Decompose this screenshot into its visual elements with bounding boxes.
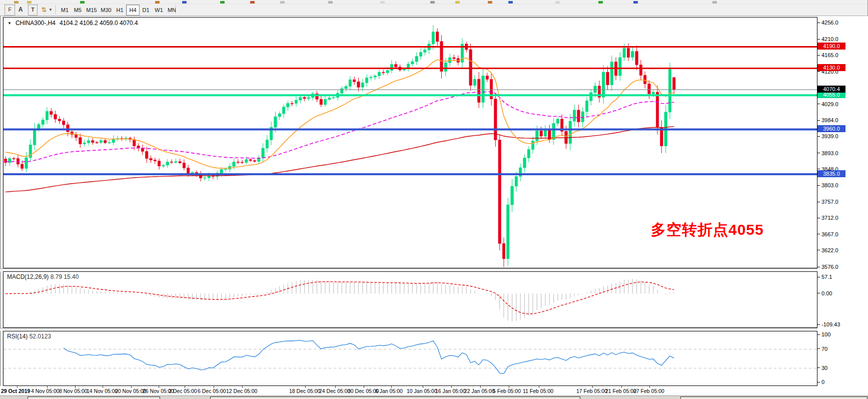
date-axis-tick xyxy=(592,386,593,388)
date-axis-label: 21 Feb 05:00 xyxy=(605,388,636,394)
macd-label: MACD(12,26,9) 8.79 15.40 xyxy=(7,273,79,280)
date-axis-tick xyxy=(649,386,650,388)
date-axis-tick xyxy=(131,386,132,388)
toolbar-icon-sliver xyxy=(27,1,32,4)
axis-tick: 3576.0 xyxy=(817,264,838,270)
price-level-badge: 4130.0 xyxy=(817,64,845,71)
toolbar-icon-sliver xyxy=(455,1,460,4)
rsi-line xyxy=(64,340,674,374)
toolbar-icon-sliver xyxy=(14,1,19,4)
timeframe-button-h4[interactable]: H4 xyxy=(126,5,140,16)
axis-tick: 4210.0 xyxy=(817,36,838,42)
timeframe-button-m15[interactable]: M15 xyxy=(84,5,99,16)
toolbar-icon-sliver xyxy=(80,1,85,4)
main-toolbar: F A T ⇅ ▾ M1M5M15M30H1H4D1W1MN xyxy=(0,4,868,16)
timeframe-button-w1[interactable]: W1 xyxy=(152,5,166,16)
date-axis-label: 18 Dec 05:00 xyxy=(289,388,320,394)
date-axis-tick xyxy=(185,386,185,388)
date-axis-tick xyxy=(47,386,48,388)
date-axis-label: 12 Dec 05:00 xyxy=(226,388,257,394)
date-axis-label: 27 Feb 05:00 xyxy=(633,388,664,394)
date-axis-tick xyxy=(423,386,423,388)
date-axis-label: 29 Oct 2019 xyxy=(1,388,30,394)
price-level-badge: 3960.0 xyxy=(817,125,845,132)
toolbar-icon-sliver xyxy=(328,1,333,4)
date-axis-tick xyxy=(305,386,306,388)
date-axis-tick xyxy=(214,386,214,388)
axis-tick: -109.43 xyxy=(817,321,840,327)
price-level-badge: 4190.0 xyxy=(817,43,845,50)
date-axis-label: 6 Dec 05:00 xyxy=(198,388,226,394)
date-axis-label: 11 Feb 05:00 xyxy=(523,388,553,394)
minimized-window-edge xyxy=(210,396,580,399)
date-axis-tick xyxy=(17,386,18,388)
axis-tick: 100 xyxy=(817,331,830,337)
main-chart-panel[interactable]: ▼ CHINA300-,H4 4104.2 4106.2 4059.0 4070… xyxy=(3,17,817,268)
toolbar-icon-sliver xyxy=(220,1,225,4)
date-axis-label: 2 Dec 05:00 xyxy=(169,388,197,394)
toolbar-icon-sliver xyxy=(712,1,717,4)
date-axis-label: 6 Jan 05:00 xyxy=(375,388,403,394)
axis-tick: 0 xyxy=(817,379,824,385)
date-axis-tick xyxy=(159,386,159,388)
date-axis-tick xyxy=(451,386,452,388)
timeframe-button-m5[interactable]: M5 xyxy=(71,5,85,16)
rsi-panel[interactable]: RSI(14) 52.0123 xyxy=(3,331,817,386)
toolbar-separator xyxy=(56,5,57,14)
timeframe-button-d1[interactable]: D1 xyxy=(139,5,153,16)
symbol-dropdown-icon[interactable]: ▼ xyxy=(8,21,12,26)
date-axis-tick xyxy=(242,386,243,388)
date-axis-tick xyxy=(391,386,392,388)
ma-mid-magenta xyxy=(6,92,674,162)
date-axis-label: 14 Nov 05:00 xyxy=(87,388,118,394)
axis-tick: 3939.0 xyxy=(817,133,838,139)
minimized-window-edge xyxy=(28,396,160,399)
date-axis-label: 17 Feb 05:00 xyxy=(576,388,607,394)
date-axis-label: 22 Jan 05:00 xyxy=(464,388,495,394)
current-price-badge: 4070.4 xyxy=(817,86,845,93)
axis-tick: 3803.0 xyxy=(817,182,838,188)
macd-signal-line xyxy=(6,282,674,314)
date-axis-tick xyxy=(509,386,509,388)
axis-tick: 4256.0 xyxy=(817,20,838,26)
date-axis-tick xyxy=(103,386,103,388)
toolbar-icon-sliver xyxy=(633,1,638,4)
rsi-label: RSI(14) 52.0123 xyxy=(7,333,51,340)
price-axis[interactable]: 4256.04210.04165.04120.04029.03984.03939… xyxy=(817,16,868,395)
axis-tick: 3984.0 xyxy=(817,117,838,123)
macd-panel[interactable]: MACD(12,26,9) 8.79 15.40 xyxy=(3,271,817,328)
date-axis-tick xyxy=(539,386,539,388)
rsi-canvas[interactable] xyxy=(4,331,817,385)
arrows-tool-icon[interactable]: ⇅ xyxy=(40,5,48,15)
axis-tick: 4165.0 xyxy=(817,52,838,58)
toolbar-icon-sliver xyxy=(155,1,160,4)
axis-tick: 3757.0 xyxy=(817,199,838,205)
macd-canvas[interactable] xyxy=(4,272,817,327)
arrows-tool-caret-icon[interactable]: ▾ xyxy=(48,5,53,15)
bottom-windows-strip xyxy=(0,395,868,399)
date-axis-tick xyxy=(364,386,364,388)
axis-tick: 4029.0 xyxy=(817,101,838,107)
crosshair-icon[interactable]: F xyxy=(5,5,15,16)
axis-tick: 3893.0 xyxy=(817,150,838,156)
date-axis-label: 20 Nov 05:00 xyxy=(115,388,146,394)
date-axis-label: 4 Nov 05:00 xyxy=(31,388,60,394)
date-axis-label: 10 Jan 05:00 xyxy=(407,388,437,394)
timeframe-button-m1[interactable]: M1 xyxy=(58,5,72,16)
toolbar-icon-sliver xyxy=(380,1,385,4)
date-axis-label: 24 Dec 05:00 xyxy=(319,388,350,394)
toolbar-icon-sliver xyxy=(250,1,255,4)
price-level-badge: 3835.0 xyxy=(817,170,845,177)
toolbar-separator xyxy=(176,5,177,14)
text-label-tool-icon[interactable]: A xyxy=(17,5,25,15)
axis-tick: 0.00 xyxy=(817,290,832,296)
toolbar-icon-sliver xyxy=(182,1,187,4)
textbox-tool-icon[interactable]: T xyxy=(28,5,38,16)
timeframe-button-m30[interactable]: M30 xyxy=(99,5,114,16)
date-axis-tick xyxy=(480,386,481,388)
timeframe-button-h1[interactable]: H1 xyxy=(113,5,127,16)
axis-tick: 57.1 xyxy=(817,274,832,280)
date-axis[interactable]: 29 Oct 20194 Nov 05:008 Nov 05:0014 Nov … xyxy=(0,386,817,395)
annotation-text: 多空转折点4055 xyxy=(651,220,764,240)
toolbar-icon-sliver xyxy=(488,1,492,4)
